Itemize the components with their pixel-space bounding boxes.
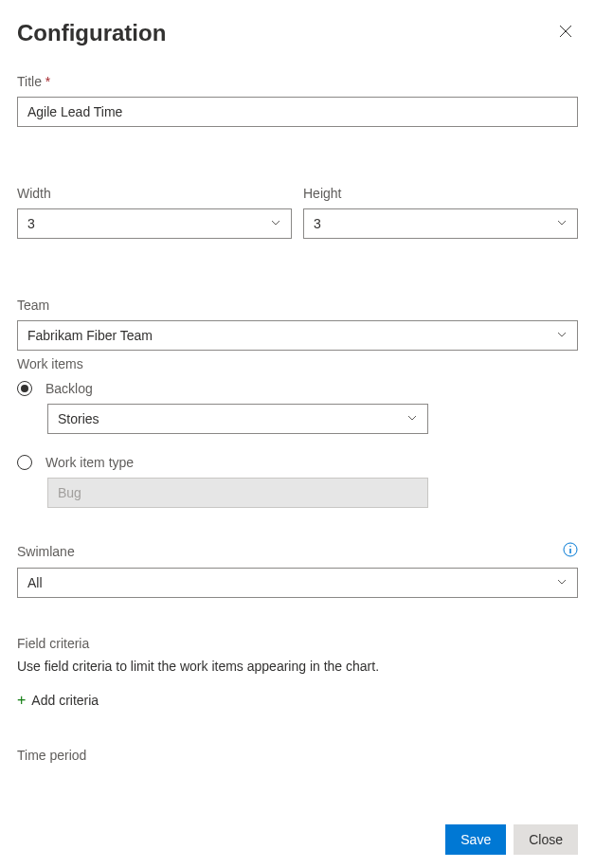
height-select[interactable]: 3 xyxy=(303,208,578,239)
save-button[interactable]: Save xyxy=(445,824,506,855)
form-scroll-area[interactable]: Title * Width 3 Height 3 xyxy=(0,57,595,811)
work-item-type-content: Bug xyxy=(47,478,578,508)
page-title: Configuration xyxy=(17,20,166,46)
height-field-group: Height 3 xyxy=(303,186,578,239)
panel-footer: Save Close xyxy=(0,811,595,868)
size-row: Width 3 Height 3 xyxy=(17,186,578,239)
swimlane-label-row: Swimlane xyxy=(17,542,578,560)
required-indicator: * xyxy=(45,74,50,89)
panel-header: Configuration xyxy=(0,0,595,46)
field-criteria-label: Field criteria xyxy=(17,636,578,651)
work-items-label: Work items xyxy=(17,356,578,371)
chevron-down-icon xyxy=(270,216,281,231)
title-field-group: Title * xyxy=(17,74,578,127)
backlog-radio-label: Backlog xyxy=(45,381,93,396)
title-label: Title * xyxy=(17,74,578,89)
chevron-down-icon xyxy=(406,411,418,426)
width-label: Width xyxy=(17,186,292,201)
work-item-type-radio-row: Work item type xyxy=(17,455,578,470)
team-field-group: Team Fabrikam Fiber Team xyxy=(17,298,578,351)
swimlane-select[interactable]: All xyxy=(17,568,578,598)
configuration-panel: Configuration Title * Width 3 xyxy=(0,0,595,868)
work-item-type-radio[interactable] xyxy=(17,455,32,470)
backlog-radio-row: Backlog xyxy=(17,381,578,396)
width-field-group: Width 3 xyxy=(17,186,292,239)
height-label: Height xyxy=(303,186,578,201)
field-criteria-description: Use field criteria to limit the work ite… xyxy=(17,659,578,674)
info-icon[interactable] xyxy=(563,542,578,560)
work-item-type-select: Bug xyxy=(47,478,428,508)
work-item-type-radio-label: Work item type xyxy=(45,455,134,470)
add-criteria-button[interactable]: + Add criteria xyxy=(17,691,99,710)
swimlane-label: Swimlane xyxy=(17,544,75,559)
time-period-label: Time period xyxy=(17,748,578,763)
chevron-down-icon xyxy=(556,328,568,343)
plus-icon: + xyxy=(17,693,26,708)
chevron-down-icon xyxy=(556,575,568,590)
team-label: Team xyxy=(17,298,578,313)
close-button[interactable] xyxy=(553,19,578,46)
svg-point-4 xyxy=(569,546,571,548)
title-input[interactable] xyxy=(17,97,578,127)
swimlane-field-group: Swimlane All xyxy=(17,542,578,598)
chevron-down-icon xyxy=(556,216,568,231)
team-select[interactable]: Fabrikam Fiber Team xyxy=(17,320,578,351)
backlog-radio[interactable] xyxy=(17,381,32,396)
close-icon xyxy=(559,25,572,41)
backlog-content: Stories xyxy=(47,404,578,434)
close-footer-button[interactable]: Close xyxy=(514,824,578,855)
width-select[interactable]: 3 xyxy=(17,208,292,239)
backlog-select[interactable]: Stories xyxy=(47,404,428,434)
